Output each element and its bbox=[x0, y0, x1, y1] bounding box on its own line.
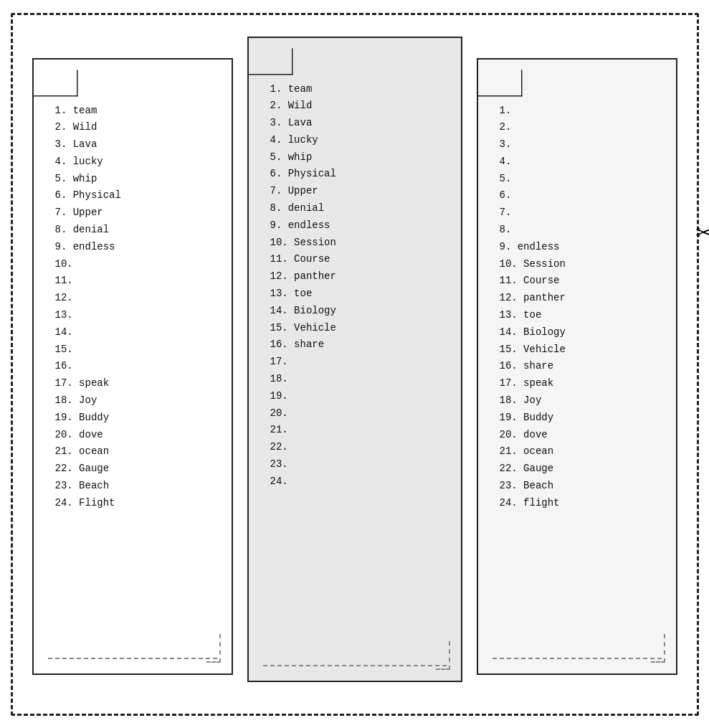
list-item: 18. Joy bbox=[55, 392, 217, 410]
left-panel-corner bbox=[206, 634, 221, 663]
list-item: 22. Gauge bbox=[500, 460, 662, 478]
list-item: 11. Course bbox=[500, 273, 662, 290]
list-item: 4. lucky bbox=[270, 132, 447, 149]
list-item: 23. Beach bbox=[500, 478, 662, 495]
list-item: 2. bbox=[500, 119, 662, 136]
list-item: 3. Lava bbox=[270, 115, 447, 132]
list-item: 9. endless bbox=[55, 239, 217, 256]
list-item: 4. bbox=[500, 153, 662, 171]
middle-panel-content: 1. team2. Wild3. Lava4. lucky5. whip6. P… bbox=[249, 38, 461, 519]
list-item: 6. Physical bbox=[55, 187, 217, 204]
list-item: 10. bbox=[55, 256, 217, 273]
list-item: 6. Physical bbox=[270, 166, 447, 183]
list-item: 23. Beach bbox=[55, 478, 217, 495]
list-item: 20. dove bbox=[500, 427, 662, 444]
list-item: 15. Vehicle bbox=[270, 320, 447, 337]
list-item: 8. bbox=[500, 222, 662, 239]
list-item: 13. toe bbox=[500, 307, 662, 324]
list-item: 2. Wild bbox=[55, 119, 217, 136]
list-item: 7. bbox=[500, 204, 662, 222]
list-item: 7. Upper bbox=[55, 204, 217, 222]
middle-panel-corner bbox=[436, 641, 450, 670]
list-item: 24. bbox=[270, 473, 447, 491]
left-panel: 1. team2. Wild3. Lava4. lucky5. whip6. P… bbox=[32, 58, 233, 675]
list-item: 21. ocean bbox=[500, 443, 662, 460]
panels-container: 1. team2. Wild3. Lava4. lucky5. whip6. P… bbox=[13, 15, 697, 714]
list-item: 12. panther bbox=[270, 268, 447, 285]
list-item: 8. denial bbox=[55, 222, 217, 239]
list-item: 19. bbox=[270, 388, 447, 405]
list-item: 16. share bbox=[270, 336, 447, 354]
list-item: 18. Joy bbox=[500, 392, 662, 410]
right-panel: 1.2.3.4.5.6.7.8.9. endless10. Session11.… bbox=[477, 58, 677, 675]
list-item: 14. Biology bbox=[500, 324, 662, 341]
left-panel-content: 1. team2. Wild3. Lava4. lucky5. whip6. P… bbox=[34, 60, 232, 541]
list-item: 2. Wild bbox=[270, 98, 447, 115]
list-item: 7. Upper bbox=[270, 183, 447, 200]
list-item: 3. Lava bbox=[55, 136, 217, 153]
list-item: 18. bbox=[270, 371, 447, 388]
list-item: 19. Buddy bbox=[55, 410, 217, 427]
list-item: 1. bbox=[500, 103, 662, 120]
list-item: 9. endless bbox=[500, 239, 662, 256]
list-item: 13. bbox=[55, 307, 217, 324]
list-item: 1. team bbox=[270, 81, 447, 98]
list-item: 24. Flight bbox=[55, 495, 217, 512]
list-item: 11. Course bbox=[270, 251, 447, 268]
list-item: 11. bbox=[55, 273, 217, 290]
list-item: 4. lucky bbox=[55, 153, 217, 171]
list-item: 5. whip bbox=[55, 171, 217, 188]
outer-border: 1. team2. Wild3. Lava4. lucky5. whip6. P… bbox=[11, 13, 699, 716]
list-item: 21. bbox=[270, 422, 447, 439]
list-item: 20. dove bbox=[55, 427, 217, 444]
list-item: 24. flight bbox=[500, 495, 662, 512]
middle-panel: 1. team2. Wild3. Lava4. lucky5. whip6. P… bbox=[247, 37, 462, 682]
list-item: 22. Gauge bbox=[55, 460, 217, 478]
list-item: 10. Session bbox=[270, 235, 447, 252]
list-item: 15. Vehicle bbox=[500, 341, 662, 359]
list-item: 17. speak bbox=[55, 375, 217, 392]
list-item: 12. bbox=[55, 290, 217, 307]
list-item: 3. bbox=[500, 136, 662, 153]
list-item: 23. bbox=[270, 456, 447, 473]
list-item: 17. bbox=[270, 354, 447, 371]
list-item: 12. panther bbox=[500, 290, 662, 307]
list-item: 15. bbox=[55, 341, 217, 359]
list-item: 19. Buddy bbox=[500, 410, 662, 427]
scissors-icon: ✂ bbox=[696, 217, 709, 249]
list-item: 5. bbox=[500, 171, 662, 188]
right-panel-corner bbox=[651, 634, 665, 663]
list-item: 20. bbox=[270, 405, 447, 422]
right-panel-content: 1.2.3.4.5.6.7.8.9. endless10. Session11.… bbox=[478, 60, 676, 541]
list-item: 16. share bbox=[500, 358, 662, 375]
list-item: 14. Biology bbox=[270, 303, 447, 320]
list-item: 17. speak bbox=[500, 375, 662, 392]
list-item: 21. ocean bbox=[55, 443, 217, 460]
list-item: 10. Session bbox=[500, 256, 662, 273]
list-item: 22. bbox=[270, 439, 447, 456]
list-item: 14. bbox=[55, 324, 217, 341]
list-item: 5. whip bbox=[270, 149, 447, 166]
list-item: 1. team bbox=[55, 103, 217, 120]
list-item: 13. toe bbox=[270, 285, 447, 303]
list-item: 16. bbox=[55, 358, 217, 375]
list-item: 6. bbox=[500, 187, 662, 204]
list-item: 9. endless bbox=[270, 217, 447, 235]
list-item: 8. denial bbox=[270, 200, 447, 217]
